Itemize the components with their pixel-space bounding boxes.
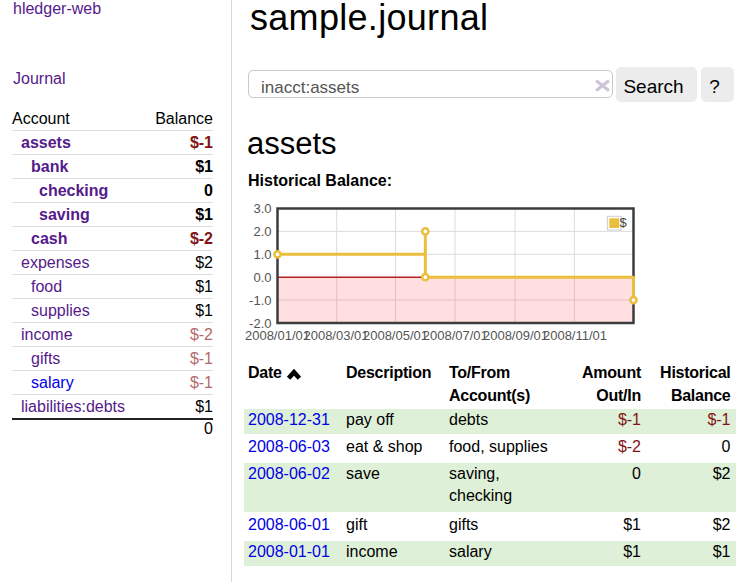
svg-text:2008/05/01: 2008/05/01 [363,328,428,343]
svg-text:2.0: 2.0 [253,224,271,239]
svg-text:0.0: 0.0 [253,270,271,285]
svg-text:1.0: 1.0 [253,247,271,262]
svg-text:2008/11/01: 2008/11/01 [543,328,607,343]
svg-text:2008/09/01: 2008/09/01 [483,328,548,343]
svg-text:-1.0: -1.0 [249,293,271,308]
svg-text:2008/01/01: 2008/01/01 [245,328,310,343]
svg-text:$: $ [620,215,628,230]
svg-text:2008/03/01: 2008/03/01 [303,328,368,343]
svg-text:3.0: 3.0 [253,201,271,216]
svg-text:2008/07/01: 2008/07/01 [423,328,488,343]
